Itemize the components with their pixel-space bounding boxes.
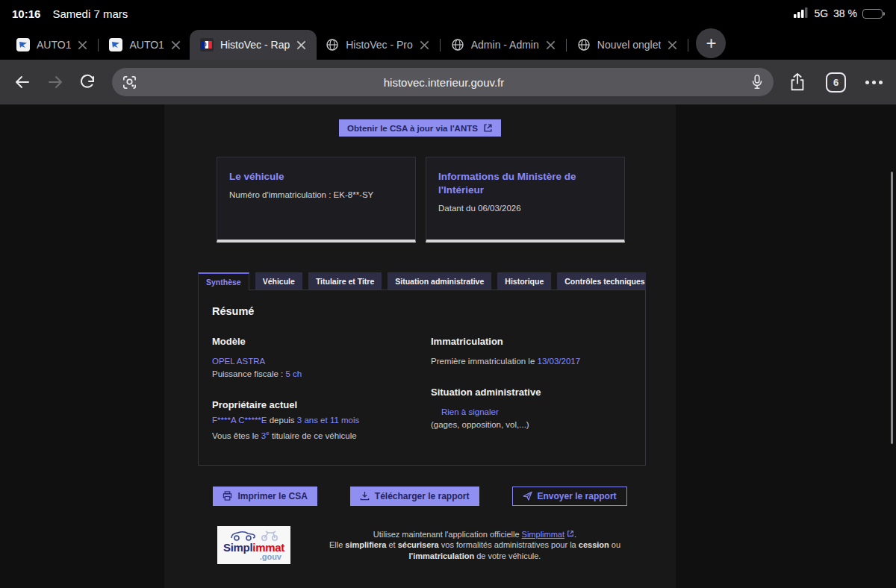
battery-percent: 38 % bbox=[833, 7, 857, 19]
signal-icon bbox=[794, 7, 809, 20]
car-moto-icon bbox=[227, 528, 281, 542]
address-bar[interactable]: histovec.interieur.gouv.fr bbox=[112, 68, 774, 96]
synthese-panel: Résumé Modèle OPEL ASTRA Puissance fisca… bbox=[198, 290, 646, 466]
more-icon[interactable] bbox=[865, 81, 883, 84]
immat-label: Première immatriculation le bbox=[431, 357, 538, 366]
tab-synthese[interactable]: Synthèse bbox=[198, 272, 249, 290]
close-icon[interactable] bbox=[171, 40, 181, 50]
browser-tab-auto1-1[interactable]: AUTO1 bbox=[7, 30, 96, 60]
plus-icon: + bbox=[706, 33, 716, 54]
browser-tab-admin[interactable]: Admin - Admin bbox=[442, 30, 564, 60]
vehicle-card-title: Le véhicule bbox=[229, 170, 403, 184]
close-icon[interactable] bbox=[296, 40, 306, 50]
ministry-card-title: Informations du Ministère de l'Intérieur bbox=[438, 170, 612, 197]
situation-heading: Situation administrative bbox=[431, 387, 632, 398]
ministry-card-body: Datant du 06/03/2026 bbox=[438, 204, 612, 213]
french-flag-icon bbox=[200, 38, 214, 51]
new-tab-button[interactable]: + bbox=[696, 28, 726, 58]
simplimmat-seg: de votre véhicule. bbox=[474, 551, 541, 560]
send-icon bbox=[523, 491, 532, 501]
reload-icon[interactable] bbox=[79, 73, 97, 91]
external-link-icon bbox=[483, 123, 493, 133]
owner-line: F****A C*****E depuis 3 ans et 11 mois bbox=[212, 414, 413, 427]
download-report-label: Télécharger le rapport bbox=[375, 491, 470, 501]
immat-line: Première immatriculation le 13/03/2017 bbox=[431, 355, 632, 368]
resume-right-column: Immatriculation Première immatriculation… bbox=[431, 317, 632, 442]
simplimmat-link[interactable]: Simplimmat bbox=[522, 530, 564, 539]
tab-separator bbox=[98, 39, 99, 51]
ants-csa-label: Obtenir le CSA à jour via l'ANTS bbox=[347, 124, 478, 133]
browser-tab-label: HistoVec - Pro bbox=[346, 39, 412, 51]
simplimmat-line1: Utilisez maintenant l'application offici… bbox=[373, 530, 522, 539]
browser-tab-label: AUTO1 bbox=[129, 39, 164, 51]
resume-title: Résumé bbox=[212, 305, 632, 317]
holder-line: Vous êtes le 3e titulaire de ce véhicule bbox=[212, 427, 413, 442]
tab-label: Historique bbox=[505, 277, 544, 286]
simplimmat-text: Utilisez maintenant l'application offici… bbox=[314, 526, 635, 562]
immat-date: 13/03/2017 bbox=[538, 357, 581, 366]
globe-icon bbox=[326, 38, 339, 51]
forward-icon[interactable] bbox=[46, 73, 64, 91]
tab-controles[interactable]: Contrôles techniques bbox=[557, 272, 646, 290]
tab-situation[interactable]: Situation administrative bbox=[388, 272, 491, 290]
simplimmat-logo: Simplimmat .gouv bbox=[217, 526, 290, 564]
simplimmat-seg: et bbox=[386, 540, 397, 549]
fiscal-power-line: Puissance fiscale : 5 ch bbox=[212, 368, 413, 381]
model-heading: Modèle bbox=[212, 336, 413, 347]
tab-separator bbox=[440, 39, 441, 51]
browser-tab-new[interactable]: Nouvel onglet bbox=[568, 30, 687, 60]
browser-tab-histovec-pro[interactable]: HistoVec - Pro bbox=[317, 30, 438, 60]
browser-tab-auto1-2[interactable]: AUTO1 bbox=[100, 30, 189, 60]
lens-icon[interactable] bbox=[122, 75, 137, 90]
vehicle-card: Le véhicule Numéro d'immatriculation : E… bbox=[217, 157, 416, 243]
owner-name: F****A C*****E bbox=[212, 416, 267, 425]
download-icon bbox=[360, 491, 370, 501]
simplimmat-seg: vos formalités administratives pour la bbox=[439, 540, 579, 549]
send-report-label: Envoyer le rapport bbox=[538, 491, 617, 501]
close-icon[interactable] bbox=[78, 40, 87, 50]
browser-tab-label: Nouvel onglet bbox=[597, 39, 662, 51]
share-icon[interactable] bbox=[788, 72, 806, 92]
browser-tab-label: HistoVec - Rap bbox=[220, 39, 290, 51]
report-tab-bar: Synthèse Véhicule Titulaire et Titre Sit… bbox=[198, 272, 646, 290]
browser-tab-label: AUTO1 bbox=[37, 39, 71, 51]
simplimmat-line1-end: . bbox=[574, 530, 576, 539]
tab-count-button[interactable]: 6 bbox=[826, 72, 846, 93]
browser-tab-histovec-active[interactable]: HistoVec - Rap bbox=[190, 30, 317, 60]
close-icon[interactable] bbox=[546, 40, 556, 50]
tab-label: Véhicule bbox=[263, 277, 295, 286]
external-link-icon bbox=[567, 530, 574, 537]
close-icon[interactable] bbox=[420, 40, 429, 50]
ants-csa-button[interactable]: Obtenir le CSA à jour via l'ANTS bbox=[339, 119, 501, 137]
holder-suffix: titulaire de ce véhicule bbox=[270, 431, 357, 440]
situation-note: (gages, opposition, vol,...) bbox=[431, 419, 632, 431]
holder-prefix: Vous êtes le bbox=[212, 431, 261, 440]
bold-immatriculation: l'immatriculation bbox=[409, 551, 475, 560]
tab-separator bbox=[566, 39, 567, 51]
owner-since-label: depuis bbox=[267, 416, 297, 425]
browser-toolbar: histovec.interieur.gouv.fr 6 bbox=[0, 60, 896, 104]
bold-simplifiera: simplifiera bbox=[345, 540, 386, 549]
tab-titulaire[interactable]: Titulaire et Titre bbox=[308, 272, 382, 290]
bold-cession: cession bbox=[579, 540, 609, 549]
fiscal-value: 5 ch bbox=[285, 369, 302, 378]
url-text[interactable]: histovec.interieur.gouv.fr bbox=[143, 76, 744, 89]
back-icon[interactable] bbox=[13, 73, 31, 91]
histovec-content: Obtenir le CSA à jour via l'ANTS Le véhi… bbox=[164, 104, 676, 588]
tab-vehicule[interactable]: Véhicule bbox=[255, 272, 302, 290]
battery-icon bbox=[862, 9, 883, 19]
page-scrollbar[interactable] bbox=[891, 172, 893, 444]
model-value: OPEL ASTRA bbox=[212, 355, 413, 368]
close-icon[interactable] bbox=[668, 40, 677, 50]
print-csa-button[interactable]: Imprimer le CSA bbox=[213, 487, 317, 506]
holder-rank: 3e bbox=[261, 431, 270, 440]
tab-label: Situation administrative bbox=[395, 277, 484, 286]
download-report-button[interactable]: Télécharger le rapport bbox=[350, 487, 479, 506]
send-report-button[interactable]: Envoyer le rapport bbox=[512, 487, 627, 506]
tab-historique[interactable]: Historique bbox=[497, 272, 551, 290]
tab-separator bbox=[688, 39, 688, 51]
mic-icon[interactable] bbox=[750, 74, 764, 90]
bold-securisera: sécurisera bbox=[398, 540, 439, 549]
globe-icon bbox=[451, 38, 464, 51]
simplimmat-name-part1: Simpl bbox=[223, 541, 252, 554]
